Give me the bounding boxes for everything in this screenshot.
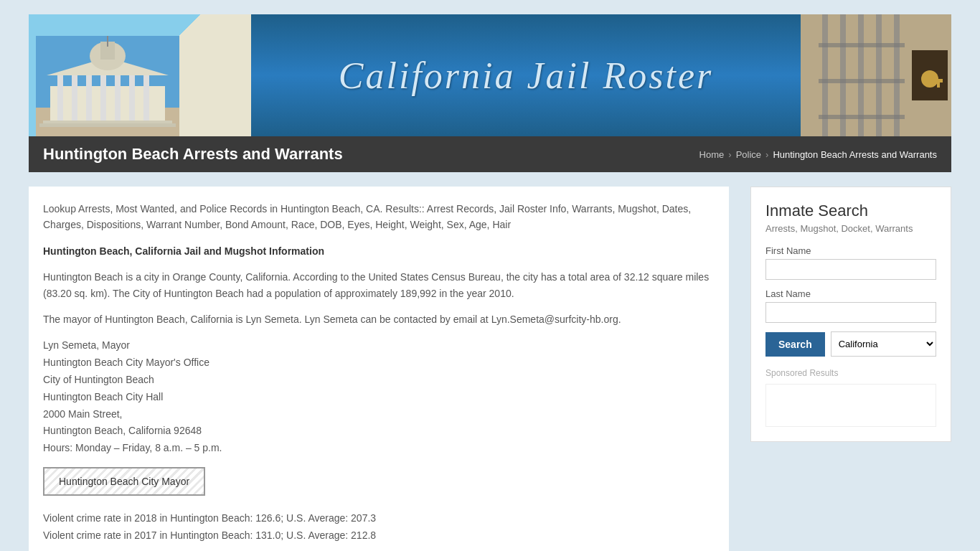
breadcrumb-home[interactable]: Home [699, 149, 725, 160]
svg-rect-15 [39, 123, 176, 127]
svg-rect-5 [86, 75, 92, 122]
last-name-label: Last Name [765, 288, 936, 299]
inmate-search-box: Inmate Search Arrests, Mugshot, Docket, … [750, 187, 951, 442]
sponsored-area [765, 384, 936, 427]
address-street: 2000 Main Street, [43, 406, 715, 423]
stats-2: Violent crime rate in 2017 in Huntington… [43, 527, 715, 545]
svg-rect-28 [937, 79, 940, 88]
address-name: Lyn Semeta, Mayor [43, 337, 715, 354]
breadcrumb-sep-1: › [728, 149, 731, 160]
capitol-image [29, 14, 251, 136]
first-name-label: First Name [765, 245, 936, 256]
svg-rect-24 [819, 115, 905, 119]
last-name-input[interactable] [765, 302, 936, 323]
search-subtitle: Arrests, Mugshot, Docket, Warrants [765, 223, 936, 234]
mayor-intro-text: The mayor of Huntington Beach, Californi… [43, 311, 715, 327]
main-content: Lookup Arrests, Most Wanted, and Police … [29, 187, 951, 551]
jail-heading: Huntington Beach, California Jail and Mu… [43, 243, 715, 259]
geography-text: Huntington Beach is a city in Orange Cou… [43, 269, 715, 301]
mayor-button[interactable]: Huntington Beach City Mayor [43, 467, 205, 496]
sidebar: Inmate Search Arrests, Mugshot, Docket, … [750, 187, 951, 551]
search-row: Search AlabamaAlaskaArizonaArkansasCalif… [765, 331, 936, 357]
search-title: Inmate Search [765, 202, 936, 220]
page-title: Huntington Beach Arrests and Warrants [43, 145, 343, 164]
breadcrumb-police[interactable]: Police [736, 149, 761, 160]
site-title: California Jail Roster [339, 55, 713, 97]
address-hours: Hours: Monday – Friday, 8 a.m. – 5 p.m. [43, 440, 715, 457]
search-button[interactable]: Search [765, 332, 825, 357]
address-office: Huntington Beach City Mayor's Office [43, 354, 715, 372]
svg-rect-9 [143, 75, 149, 122]
first-name-input[interactable] [765, 259, 936, 280]
address-hall: Huntington Beach City Hall [43, 389, 715, 406]
state-select[interactable]: AlabamaAlaskaArizonaArkansasCaliforniaCo… [831, 331, 936, 357]
content-area: Lookup Arrests, Most Wanted, and Police … [29, 187, 729, 551]
svg-rect-23 [819, 79, 905, 83]
breadcrumb-current: Huntington Beach Arrests and Warrants [773, 149, 937, 160]
svg-rect-4 [72, 75, 77, 122]
header-banner: California Jail Roster [29, 14, 951, 136]
svg-rect-3 [57, 75, 63, 122]
breadcrumb: Home › Police › Huntington Beach Arrests… [699, 149, 937, 160]
jail-image [801, 14, 951, 136]
svg-rect-7 [115, 75, 121, 122]
stats-1: Violent crime rate in 2018 in Huntington… [43, 510, 715, 527]
sponsored-label: Sponsored Results [765, 368, 936, 378]
svg-rect-22 [819, 43, 905, 47]
address-block: Lyn Semeta, Mayor Huntington Beach City … [43, 337, 715, 457]
svg-rect-6 [100, 75, 106, 122]
svg-rect-8 [129, 75, 135, 122]
first-name-group: First Name [765, 245, 936, 280]
breadcrumb-sep-2: › [765, 149, 768, 160]
nav-bar: Huntington Beach Arrests and Warrants Ho… [29, 136, 951, 172]
svg-rect-29 [932, 79, 935, 86]
stats-text: Violent crime rate in 2018 in Huntington… [43, 510, 715, 545]
last-name-group: Last Name [765, 288, 936, 323]
address-city: City of Huntington Beach [43, 372, 715, 389]
address-location: Huntington Beach, California 92648 [43, 423, 715, 440]
svg-rect-13 [107, 36, 108, 47]
site-title-area: California Jail Roster [251, 14, 801, 136]
intro-text: Lookup Arrests, Most Wanted, and Police … [43, 201, 715, 233]
